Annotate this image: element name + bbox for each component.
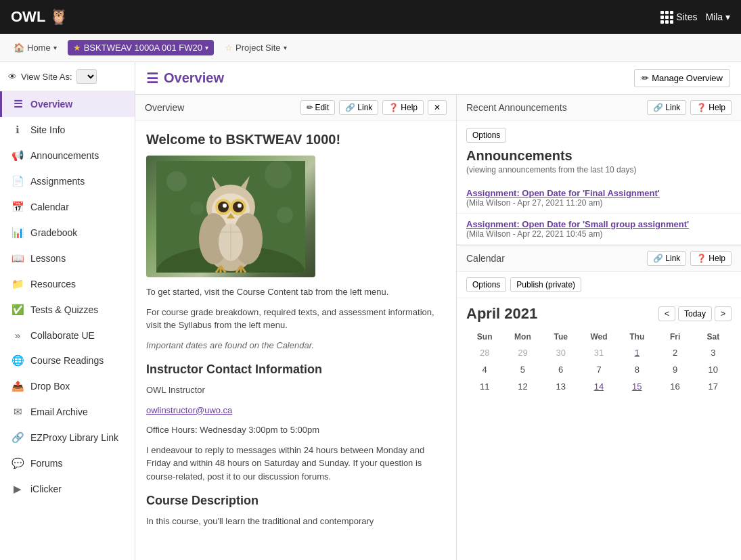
calendar-day-30-gray[interactable]: 30 [543, 344, 579, 361]
sidebar-course-readings-label: Course Readings [30, 355, 104, 366]
gradebook-icon: 📊 [12, 227, 24, 239]
sidebar-item-gradebook[interactable]: 📊 Gradebook [0, 220, 135, 246]
main-layout: 👁 View Site As: ☰ Overview ℹ Site Info 📢… [0, 62, 741, 560]
calendar-day-1[interactable]: 1 [619, 344, 655, 361]
calendar-next-button[interactable]: > [715, 306, 732, 321]
announcements-icon: 📢 [12, 149, 24, 162]
sidebar-item-email-archive[interactable]: ✉ Email Archive [0, 399, 135, 425]
sidebar-calendar-label: Calendar [30, 202, 69, 212]
expand-button[interactable]: ✕ [428, 100, 447, 115]
calendar-day-9[interactable]: 9 [656, 361, 693, 378]
view-site-as-text: View Site As: [21, 72, 72, 82]
calendar-day-15[interactable]: 15 [619, 378, 655, 395]
sidebar-item-lessons[interactable]: 📖 Lessons [0, 246, 135, 271]
calendar-today-button[interactable]: Today [678, 306, 712, 321]
help-icon: ❓ [388, 103, 399, 112]
sidebar-item-site-info[interactable]: ℹ Site Info [0, 117, 135, 143]
calendar-navigation: < Today > [658, 306, 732, 321]
ezproxy-icon: 🔗 [12, 431, 24, 444]
announcements-link-button[interactable]: 🔗 Link [647, 100, 686, 115]
overview-left-panel: Overview ✏ Edit 🔗 Link ❓ Help [135, 95, 457, 560]
sidebar-email-archive-label: Email Archive [30, 406, 88, 417]
day-header-sat: Sat [695, 329, 732, 344]
svg-point-2 [166, 171, 187, 191]
announcements-panel-actions: 🔗 Link ❓ Help [647, 100, 732, 115]
sites-button[interactable]: Sites [660, 11, 697, 24]
calendar-day-29-gray[interactable]: 29 [504, 344, 541, 361]
sidebar-item-ezproxy[interactable]: 🔗 EZProxy Library Link [0, 425, 135, 450]
breadcrumb-course[interactable]: ★ BSKTWEAV 1000A 001 FW20 ▾ [68, 40, 214, 55]
manage-overview-button[interactable]: ✏ Manage Overview [634, 69, 730, 87]
sidebar-item-course-readings[interactable]: 🌐 Course Readings [0, 348, 135, 373]
calendar-icon: 📅 [12, 201, 24, 213]
calendar-title-row: April 2021 < Today > [457, 298, 741, 327]
announcements-panel-title: Recent Announcements [466, 102, 567, 113]
sidebar-item-resources[interactable]: 📁 Resources [0, 271, 135, 297]
svg-point-16 [238, 204, 242, 208]
calendar-day-14[interactable]: 14 [581, 378, 617, 395]
collaborate-icon: » [12, 329, 24, 341]
sidebar-item-collaborate-ue[interactable]: » Collaborate UE [0, 323, 135, 348]
calendar-day-17[interactable]: 17 [695, 378, 732, 395]
calendar-day-headers: Sun Mon Tue Wed Thu Fri Sat [466, 329, 732, 344]
calendar-day-10[interactable]: 10 [695, 361, 732, 378]
sidebar-item-calendar[interactable]: 📅 Calendar [0, 194, 135, 220]
calendar-publish-button[interactable]: Publish (private) [510, 277, 581, 292]
calendar-day-13[interactable]: 13 [543, 378, 579, 395]
announcement-link-1[interactable]: Assignment: Open Date for 'Final Assignm… [466, 188, 732, 198]
breadcrumb-project[interactable]: ☆ Project Site ▾ [219, 40, 292, 55]
sidebar-item-announcements[interactable]: 📢 Announcements [0, 143, 135, 168]
office-hours-text: Office Hours: Wednesday 3:00pm to 5:00pm [146, 423, 445, 437]
breadcrumb-home-label: Home [27, 43, 51, 53]
announcements-subtitle: (viewing announcements from the last 10 … [457, 165, 741, 183]
user-menu-button[interactable]: Mila ▾ [705, 11, 730, 22]
star-icon: ★ [73, 43, 81, 53]
sidebar-item-drop-box[interactable]: 📤 Drop Box [0, 373, 135, 399]
announcements-options-button[interactable]: Options [466, 128, 506, 143]
edit-button[interactable]: ✏ Edit [300, 100, 336, 115]
sidebar-item-assignments[interactable]: 📄 Assignments [0, 168, 135, 194]
sidebar-ezproxy-label: EZProxy Library Link [30, 432, 118, 443]
calendar-help-button[interactable]: ❓ Help [690, 251, 732, 266]
sidebar-announcements-label: Announcements [30, 150, 99, 161]
calendar-day-16[interactable]: 16 [656, 378, 693, 395]
text-paragraph-1: To get started, visit the Course Content… [146, 285, 445, 299]
calendar-day-3[interactable]: 3 [695, 344, 732, 361]
breadcrumb-bar: 🏠 Home ▾ ★ BSKTWEAV 1000A 001 FW20 ▾ ☆ P… [0, 34, 741, 62]
calendar-day-8[interactable]: 8 [619, 361, 655, 378]
course-desc-text: In this course, you'll learn the traditi… [146, 515, 445, 528]
calendar-panel-header: Calendar 🔗 Link ❓ Help [457, 246, 741, 272]
calendar-day-7[interactable]: 7 [581, 361, 617, 378]
course-desc-title: Course Description [146, 494, 445, 508]
expand-icon: ✕ [434, 103, 441, 112]
resources-icon: 📁 [12, 278, 24, 290]
content-header: ☰ Overview ✏ Manage Overview [135, 62, 741, 95]
calendar-day-12[interactable]: 12 [504, 378, 541, 395]
svg-point-4 [190, 202, 204, 215]
calendar-day-2[interactable]: 2 [656, 344, 693, 361]
sidebar-assignments-label: Assignments [30, 176, 85, 187]
breadcrumb-home[interactable]: 🏠 Home ▾ [8, 40, 62, 55]
link-button[interactable]: 🔗 Link [339, 100, 378, 115]
calendar-options-button[interactable]: Options [466, 277, 506, 292]
calendar-prev-button[interactable]: < [658, 306, 675, 321]
announcement-link-2[interactable]: Assignment: Open Date for 'Small group a… [466, 219, 732, 229]
view-site-as-select[interactable] [76, 69, 97, 84]
calendar-day-4[interactable]: 4 [466, 361, 503, 378]
lessons-icon: 📖 [12, 252, 24, 264]
calendar-day-5[interactable]: 5 [504, 361, 541, 378]
announcements-help-button[interactable]: ❓ Help [690, 100, 732, 115]
calendar-link-button[interactable]: 🔗 Link [647, 251, 686, 266]
instructor-name: OWL Instructor [146, 383, 445, 397]
sidebar-item-forums[interactable]: 💬 Forums [0, 450, 135, 476]
calendar-day-28-gray[interactable]: 28 [466, 344, 503, 361]
sidebar-item-tests-quizzes[interactable]: ✅ Tests & Quizzes [0, 297, 135, 323]
instructor-email-link[interactable]: owlinstructor@uwo.ca [146, 405, 232, 415]
calendar-section: Calendar 🔗 Link ❓ Help [457, 245, 741, 402]
calendar-day-6[interactable]: 6 [543, 361, 579, 378]
sidebar-item-overview[interactable]: ☰ Overview [0, 91, 135, 117]
calendar-day-11[interactable]: 11 [466, 378, 503, 395]
sidebar-item-iclicker[interactable]: ▶ iClicker [0, 476, 135, 502]
calendar-day-31-gray[interactable]: 31 [581, 344, 617, 361]
help-button[interactable]: ❓ Help [382, 100, 424, 115]
